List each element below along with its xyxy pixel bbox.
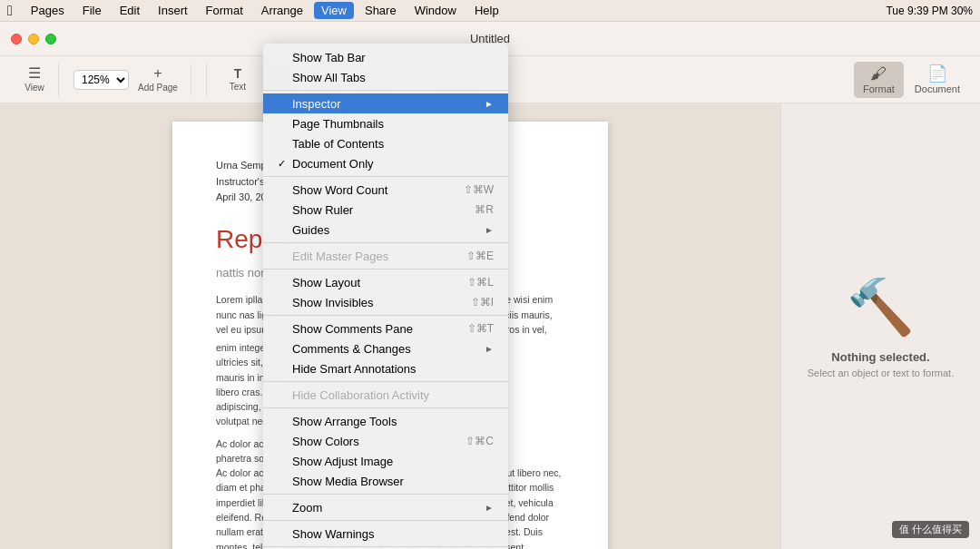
menubar-arrange[interactable]: Arrange bbox=[254, 2, 310, 19]
menu-show-adjust-image[interactable]: Show Adjust Image bbox=[263, 451, 508, 471]
menu-label-warnings: Show Warnings bbox=[292, 527, 494, 541]
menu-sep-3 bbox=[263, 242, 508, 243]
menu-sep-7 bbox=[263, 407, 508, 408]
menubar-time-battery: Tue 9:39 PM 30% bbox=[886, 5, 973, 17]
menu-label-inspector: Inspector bbox=[292, 97, 481, 111]
menubar-edit[interactable]: Edit bbox=[113, 2, 147, 19]
menu-page-thumbnails[interactable]: Page Thumbnails bbox=[263, 113, 508, 133]
menu-shortcut-ruler: ⌘R bbox=[475, 203, 494, 216]
menu-label-ruler: Show Ruler bbox=[292, 203, 475, 217]
menu-show-tab-bar[interactable]: Show Tab Bar bbox=[263, 47, 508, 67]
menu-label-guides: Guides bbox=[292, 223, 481, 237]
menubar-view[interactable]: View bbox=[314, 2, 354, 19]
menu-label-smart-annotations: Hide Smart Annotations bbox=[292, 362, 494, 376]
menu-show-media-browser[interactable]: Show Media Browser bbox=[263, 471, 508, 491]
menu-label-page-thumbnails: Page Thumbnails bbox=[292, 117, 494, 131]
menu-shortcut-layout: ⇧⌘L bbox=[467, 276, 494, 289]
menu-sep-8 bbox=[263, 494, 508, 495]
menu-show-all-tabs[interactable]: Show All Tabs bbox=[263, 67, 508, 87]
menu-label-show-tab-bar: Show Tab Bar bbox=[292, 51, 494, 64]
menu-sep-5 bbox=[263, 315, 508, 316]
menu-show-layout[interactable]: Show Layout ⇧⌘L bbox=[263, 272, 508, 292]
menu-hide-collaboration-activity: Hide Collaboration Activity bbox=[263, 385, 508, 405]
menu-guides[interactable]: Guides ► bbox=[263, 220, 508, 240]
dropdown-overlay[interactable]: Show Tab Bar Show All Tabs Inspector ► P… bbox=[0, 0, 980, 549]
menu-bar:  Pages File Edit Insert Format Arrange … bbox=[0, 0, 980, 22]
menu-check-document-only: ✓ bbox=[278, 158, 292, 170]
menu-label-comments-pane: Show Comments Pane bbox=[292, 322, 467, 336]
guides-arrow-icon: ► bbox=[485, 225, 494, 235]
menu-show-ruler[interactable]: Show Ruler ⌘R bbox=[263, 200, 508, 220]
menu-sep-2 bbox=[263, 176, 508, 177]
menu-show-invisibles[interactable]: Show Invisibles ⇧⌘I bbox=[263, 292, 508, 312]
menu-hide-smart-annotations[interactable]: Hide Smart Annotations bbox=[263, 358, 508, 378]
menu-show-colors[interactable]: Show Colors ⇧⌘C bbox=[263, 431, 508, 451]
menu-label-invisibles: Show Invisibles bbox=[292, 296, 471, 309]
menu-label-zoom: Zoom bbox=[292, 501, 481, 515]
menu-label-layout: Show Layout bbox=[292, 276, 467, 289]
menu-label-collaboration-activity: Hide Collaboration Activity bbox=[292, 388, 494, 402]
menu-label-media-browser: Show Media Browser bbox=[292, 475, 494, 488]
menubar-share[interactable]: Share bbox=[358, 2, 404, 19]
menu-shortcut-comments-pane: ⇧⌘T bbox=[467, 322, 494, 335]
menu-label-document-only: Document Only bbox=[292, 157, 494, 171]
menu-show-arrange-tools[interactable]: Show Arrange Tools bbox=[263, 411, 508, 431]
menu-shortcut-master-pages: ⇧⌘E bbox=[466, 250, 494, 262]
menubar-help[interactable]: Help bbox=[467, 2, 506, 19]
menubar-format[interactable]: Format bbox=[199, 2, 250, 19]
menu-sep-10 bbox=[263, 546, 508, 547]
menu-show-word-count[interactable]: Show Word Count ⇧⌘W bbox=[263, 180, 508, 200]
menu-shortcut-invisibles: ⇧⌘I bbox=[471, 296, 494, 309]
menu-sep-4 bbox=[263, 269, 508, 270]
menubar-insert[interactable]: Insert bbox=[151, 2, 195, 19]
menubar-status-area: Tue 9:39 PM 30% bbox=[886, 5, 973, 17]
menu-show-warnings[interactable]: Show Warnings bbox=[263, 524, 508, 544]
comments-changes-arrow-icon: ► bbox=[485, 344, 494, 354]
menu-label-table-of-contents: Table of Contents bbox=[292, 137, 494, 151]
menubar-window[interactable]: Window bbox=[407, 2, 464, 19]
inspector-arrow-icon: ► bbox=[485, 99, 494, 109]
menu-table-of-contents[interactable]: Table of Contents bbox=[263, 133, 508, 153]
menu-sep-9 bbox=[263, 520, 508, 521]
menu-label-show-all-tabs: Show All Tabs bbox=[292, 71, 494, 84]
menu-comments-changes[interactable]: Comments & Changes ► bbox=[263, 338, 508, 358]
menu-show-comments-pane[interactable]: Show Comments Pane ⇧⌘T bbox=[263, 319, 508, 338]
menu-sep-1 bbox=[263, 90, 508, 91]
apple-menu[interactable]:  bbox=[7, 3, 13, 19]
menu-zoom[interactable]: Zoom ► bbox=[263, 497, 508, 517]
menu-shortcut-word-count: ⇧⌘W bbox=[464, 183, 494, 196]
menu-document-only[interactable]: ✓ Document Only bbox=[263, 153, 508, 173]
menu-label-comments-changes: Comments & Changes bbox=[292, 342, 481, 356]
menu-label-adjust-image: Show Adjust Image bbox=[292, 455, 494, 468]
menubar-file[interactable]: File bbox=[75, 2, 109, 19]
menu-label-word-count: Show Word Count bbox=[292, 183, 464, 197]
menu-edit-master-pages: Edit Master Pages ⇧⌘E bbox=[263, 246, 508, 266]
menu-label-master-pages: Edit Master Pages bbox=[292, 250, 466, 263]
zoom-arrow-icon: ► bbox=[485, 503, 494, 513]
menu-label-colors: Show Colors bbox=[292, 435, 466, 448]
view-dropdown-menu: Show Tab Bar Show All Tabs Inspector ► P… bbox=[263, 44, 508, 549]
menu-sep-6 bbox=[263, 381, 508, 382]
menu-label-arrange-tools: Show Arrange Tools bbox=[292, 415, 494, 428]
menu-inspector[interactable]: Inspector ► bbox=[263, 93, 508, 113]
menu-shortcut-colors: ⇧⌘C bbox=[466, 435, 494, 447]
menubar-pages[interactable]: Pages bbox=[24, 2, 72, 19]
